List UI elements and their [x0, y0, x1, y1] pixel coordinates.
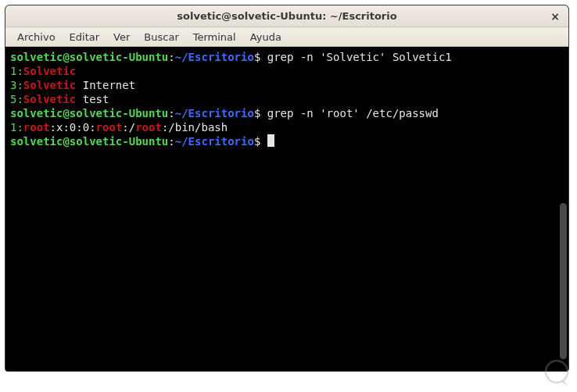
grep-text: :/bin/bash [162, 121, 228, 134]
close-button[interactable]: × [548, 9, 562, 23]
terminal-line: solvetic@solvetic-Ubuntu:~/Escritorio$ g… [10, 50, 564, 64]
prompt-userhost: solvetic@solvetic-Ubuntu [10, 51, 168, 63]
grep-text: :/ [122, 121, 135, 134]
grep-linenum: 3: [10, 79, 23, 91]
menu-archivo[interactable]: Archivo [10, 29, 63, 45]
terminal-line: 1:Solvetic [10, 64, 564, 78]
grep-match: root [135, 121, 162, 134]
terminal-window: solvetic@solvetic-Ubuntu: ~/Escritorio ×… [5, 5, 569, 372]
titlebar[interactable]: solvetic@solvetic-Ubuntu: ~/Escritorio × [5, 5, 568, 27]
prompt-path: ~/Escritorio [175, 135, 254, 148]
menu-ayuda[interactable]: Ayuda [243, 29, 288, 45]
prompt-path: ~/Escritorio [175, 51, 254, 63]
svg-point-0 [546, 361, 568, 383]
command-text: grep -n 'root' /etc/passwd [260, 107, 439, 119]
terminal-line: 3:Solvetic Internet [10, 78, 564, 92]
grep-linenum: 1: [10, 65, 23, 77]
terminal-line: solvetic@solvetic-Ubuntu:~/Escritorio$ g… [10, 106, 564, 120]
grep-linenum: 5: [10, 93, 23, 105]
prompt-userhost: solvetic@solvetic-Ubuntu [10, 135, 168, 148]
grep-rest: test [76, 93, 109, 105]
menu-ver[interactable]: Ver [106, 29, 137, 45]
menu-terminal[interactable]: Terminal [186, 29, 243, 45]
terminal-line: solvetic@solvetic-Ubuntu:~/Escritorio$ [10, 134, 564, 148]
grep-rest: Internet [76, 79, 135, 91]
chat-bubble-icon[interactable] [541, 358, 572, 389]
grep-match: Solvetic [23, 79, 76, 91]
terminal-line: 1:root:x:0:0:root:/root:/bin/bash [10, 120, 564, 134]
menubar: Archivo Editar Ver Buscar Terminal Ayuda [5, 27, 568, 47]
prompt-sep: : [168, 107, 174, 119]
grep-text: :x:0:0: [50, 121, 96, 134]
menu-buscar[interactable]: Buscar [137, 29, 185, 45]
cursor [267, 134, 274, 147]
terminal-body[interactable]: solvetic@solvetic-Ubuntu:~/Escritorio$ g… [5, 47, 568, 371]
prompt-sep: : [168, 135, 174, 148]
terminal-line: 5:Solvetic test [10, 92, 564, 106]
window-title: solvetic@solvetic-Ubuntu: ~/Escritorio [177, 10, 396, 22]
grep-match: root [96, 121, 123, 134]
grep-match: Solvetic [23, 93, 76, 105]
grep-match: root [23, 121, 50, 134]
prompt-sep: : [168, 51, 174, 63]
grep-match: Solvetic [23, 65, 76, 77]
command-text: grep -n 'Solvetic' Solvetic1 [260, 51, 451, 63]
scrollbar[interactable] [560, 203, 567, 359]
prompt-space [260, 135, 267, 148]
menu-editar[interactable]: Editar [63, 29, 107, 45]
close-icon: × [550, 10, 560, 23]
prompt-path: ~/Escritorio [175, 107, 254, 119]
grep-linenum: 1: [10, 121, 23, 134]
prompt-userhost: solvetic@solvetic-Ubuntu [10, 107, 168, 119]
